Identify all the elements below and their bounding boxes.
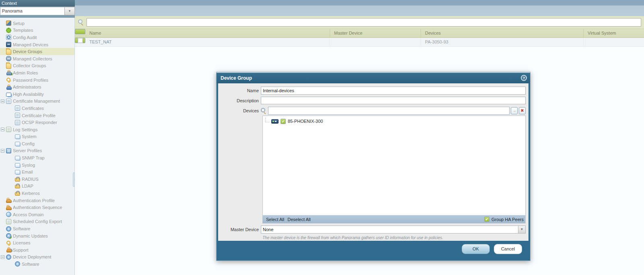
sidebar-item-label: Authentication Sequence <box>13 205 62 210</box>
ok-button[interactable]: OK <box>462 244 490 254</box>
row-checkbox[interactable] <box>78 38 83 43</box>
sidebar-item-label: Admin Roles <box>13 70 38 75</box>
certificate-management-icon <box>6 99 11 104</box>
cancel-button[interactable]: Cancel <box>494 244 522 254</box>
sidebar-item-access-domain[interactable]: Access Domain <box>0 211 74 218</box>
sidebar-item-admin-roles[interactable]: Admin Roles <box>0 69 74 77</box>
sidebar-item-email[interactable]: Email <box>0 168 74 176</box>
sidebar-item-ldap[interactable]: LDAP <box>0 183 74 190</box>
sidebar-item-label: Authentication Profile <box>13 198 55 203</box>
clear-filter-icon[interactable]: ✖ <box>519 107 526 114</box>
ocsp-responder-icon <box>15 120 20 125</box>
context-selector-value[interactable]: Panorama <box>0 7 64 15</box>
sidebar-item-templates[interactable]: Templates <box>0 27 74 34</box>
device-checkbox[interactable]: ✔ <box>281 119 286 124</box>
sidebar-item-authentication-sequence[interactable]: Authentication Sequence <box>0 204 74 211</box>
sidebar-item-dynamic-updates[interactable]: Dynamic Updates <box>0 232 74 240</box>
sidebar-item-label: OCSP Responder <box>22 120 57 125</box>
sidebar-item-syslog[interactable]: Syslog <box>0 161 74 169</box>
sidebar-item-certificate-management[interactable]: Certificate Management <box>0 98 74 105</box>
sidebar-item-software[interactable]: Software <box>0 225 74 232</box>
sidebar-item-snmp-trap[interactable]: SNMP Trap <box>0 154 74 161</box>
dialog-title: Device Group <box>221 75 252 81</box>
context-selector[interactable]: Panorama ▼ <box>0 7 75 15</box>
description-field[interactable] <box>261 97 526 104</box>
sidebar-item-password-profiles[interactable]: Password Profiles <box>0 77 74 84</box>
sidebar-item-device-groups[interactable]: Device Groups <box>0 48 74 55</box>
name-field[interactable] <box>261 87 526 95</box>
group-ha-peers-checkbox[interactable]: ✔ <box>484 217 489 222</box>
chevron-down-icon[interactable]: ▼ <box>518 226 525 233</box>
expand-collapse-icon[interactable] <box>1 99 4 103</box>
templates-icon <box>6 28 11 33</box>
column-header-virtual-system[interactable]: Virtual System <box>584 29 644 37</box>
sidebar-item-config-audit[interactable]: Config Audit <box>0 34 74 41</box>
sidebar-item-certificate-profile[interactable]: Certificate Profile <box>0 112 74 119</box>
chevron-down-icon[interactable]: ▼ <box>64 7 75 15</box>
sidebar-item-support[interactable]: Support <box>0 246 74 254</box>
row-master-device <box>330 38 421 46</box>
sidebar-item-high-availability[interactable]: High Availability <box>0 91 74 98</box>
authentication-sequence-icon <box>6 205 11 210</box>
sidebar-item-label: Device Deployment <box>13 254 51 259</box>
column-header-name[interactable]: Name <box>85 29 330 37</box>
device-tree-item[interactable]: ✔ 85-PHOENIX-300 <box>263 118 525 125</box>
sidebar-item-label: Managed Devices <box>13 42 48 47</box>
radius-icon <box>15 178 20 182</box>
header-checkbox-column <box>75 29 85 34</box>
sidebar-item-scheduled-config-export[interactable]: Scheduled Config Export <box>0 218 74 225</box>
sidebar-item-label: Password Profiles <box>13 78 48 83</box>
software-icon <box>6 226 11 232</box>
sidebar-item-managed-devices[interactable]: Managed Devices <box>0 41 74 48</box>
sidebar-item-kerberos[interactable]: Kerberos <box>0 190 74 197</box>
help-icon[interactable]: ? <box>521 75 527 81</box>
certificates-icon <box>15 105 20 111</box>
sidebar-item-log-settings[interactable]: Log Settings <box>0 126 74 133</box>
column-header-master-device[interactable]: Master Device <box>330 29 421 37</box>
tree-connector <box>265 118 269 122</box>
sidebar-item-label: Setup <box>13 21 25 26</box>
sidebar-item-system[interactable]: System <box>0 133 74 141</box>
sidebar-item-administrators[interactable]: Administrators <box>0 83 74 91</box>
expand-collapse-icon[interactable] <box>1 255 4 259</box>
scheduled-config-export-icon <box>6 219 11 224</box>
devices-filter-input[interactable] <box>268 107 510 115</box>
sidebar-item-authentication-profile[interactable]: Authentication Profile <box>0 197 74 204</box>
sidebar-item-label: Email <box>22 170 33 174</box>
device-group-name-link[interactable]: TEST_NAT <box>85 38 330 46</box>
email-icon <box>15 170 20 174</box>
context-header: Context <box>0 0 75 6</box>
column-header-devices[interactable]: Devices <box>421 29 584 37</box>
table-filter-input[interactable] <box>87 18 641 27</box>
sidebar-item-label: Software <box>22 262 39 267</box>
sidebar-item-label: Access Domain <box>13 212 43 217</box>
device-tree-footer: Select All Deselect All ✔ Group HA Peers <box>262 215 526 223</box>
sidebar-item-collector-groups[interactable]: Collector Groups <box>0 62 74 70</box>
sidebar-item-certificates[interactable]: Certificates <box>0 105 74 112</box>
sidebar-item-server-profiles[interactable]: Server Profiles <box>0 147 74 155</box>
apply-filter-icon[interactable]: → <box>511 107 518 114</box>
sidebar-item-label: Config <box>22 141 35 146</box>
sidebar-item-licenses[interactable]: Licenses <box>0 239 74 246</box>
sidebar-item-ocsp-responder[interactable]: OCSP Responder <box>0 119 74 126</box>
table-row[interactable]: TEST_NAT PA-3050-93 <box>75 38 644 47</box>
sidebar-item-managed-collectors[interactable]: Managed Collectors <box>0 55 74 62</box>
deselect-all-button[interactable]: Deselect All <box>287 217 310 222</box>
sidebar-item-config[interactable]: Config <box>0 140 74 147</box>
master-device-dropdown[interactable]: None ▼ <box>261 225 526 234</box>
sidebar-item-setup[interactable]: Setup <box>0 20 74 27</box>
sidebar-item-radius[interactable]: RADIUS <box>0 176 74 183</box>
sidebar-item-label: LDAP <box>22 184 33 188</box>
select-all-button[interactable]: Select All <box>266 217 284 222</box>
dialog-title-bar[interactable]: Device Group ? <box>217 73 530 83</box>
devices-label: Devices <box>218 107 261 115</box>
managed-devices-icon <box>6 42 11 47</box>
sidebar-item-label: Licenses <box>13 240 30 245</box>
sidebar-item-device-deployment[interactable]: Device Deployment <box>0 254 74 261</box>
expand-collapse-icon[interactable] <box>1 128 4 131</box>
expand-collapse-icon[interactable] <box>1 149 4 153</box>
sidebar-item-label: Software <box>13 226 30 231</box>
sidebar-item-software[interactable]: Software <box>0 261 74 268</box>
row-checkbox-cell <box>75 38 85 43</box>
device-deployment-icon <box>6 254 11 260</box>
